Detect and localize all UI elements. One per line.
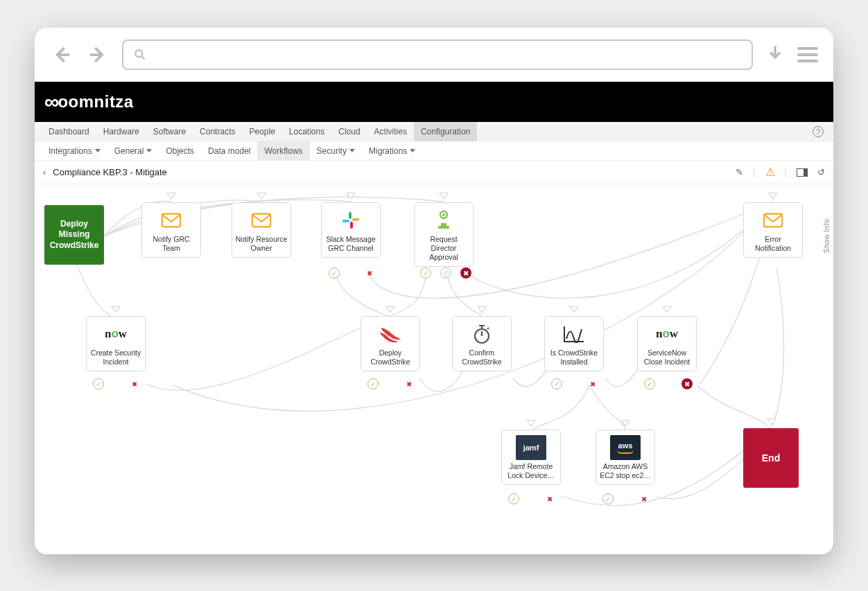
- outcome-fail-icon: ✖: [639, 493, 650, 504]
- subtab-migrations[interactable]: Migrations: [362, 141, 422, 161]
- subtab-integrations[interactable]: Integrations: [42, 141, 107, 161]
- workflow-start-node[interactable]: Deploy Missing CrowdStrike: [44, 205, 104, 265]
- node-label: Create Security Incident: [89, 349, 142, 367]
- servicenow-icon: now: [89, 322, 142, 346]
- warning-icon[interactable]: ⚠: [765, 166, 775, 179]
- servicenow-icon: now: [641, 322, 693, 346]
- panel-toggle-icon[interactable]: [797, 168, 808, 177]
- svg-rect-5: [350, 222, 353, 229]
- node-notify-grc[interactable]: Notify GRC Team: [141, 202, 201, 258]
- chevron-down-icon: [146, 149, 152, 152]
- back-icon[interactable]: ‹: [43, 167, 46, 177]
- aws-icon: aws: [599, 436, 652, 459]
- node-input-marker: [768, 193, 778, 200]
- svg-rect-4: [352, 218, 359, 221]
- outcome-fail-icon: ✖: [682, 378, 693, 389]
- node-error-notification[interactable]: Error Notification: [743, 202, 803, 258]
- outcome-fail-icon: ✖: [364, 267, 375, 279]
- page-title: Compliance KBP.3 - Mitigate: [53, 167, 167, 177]
- node-label: Deploy CrowdStrike: [364, 349, 417, 367]
- app-frame: ∞oomnitza Dashboard Hardware Software Co…: [35, 28, 833, 554]
- edit-icon[interactable]: ✎: [736, 167, 743, 177]
- breadcrumb-tools: ✎ | ⚠ | ↺: [736, 166, 825, 179]
- browser-back-icon[interactable]: [50, 43, 73, 67]
- chevron-down-icon: [349, 149, 355, 152]
- tab-activities[interactable]: Activities: [367, 122, 414, 141]
- node-input-marker: [477, 306, 487, 313]
- node-label: Error Notification: [747, 235, 799, 253]
- node-label: Request Director Approval: [417, 235, 470, 262]
- jamf-icon: jamf: [505, 436, 557, 459]
- tab-locations[interactable]: Locations: [282, 122, 331, 141]
- node-create-incident[interactable]: now Create Security Incident: [86, 316, 146, 371]
- svg-rect-3: [349, 212, 351, 219]
- node-label: ServiceNow Close Incident: [641, 349, 693, 367]
- address-input[interactable]: [153, 49, 742, 60]
- node-deploy-crowdstrike[interactable]: Deploy CrowdStrike: [361, 316, 420, 371]
- outcome-fail-icon: ✖: [587, 378, 598, 389]
- outcome-success-icon: ✓: [508, 493, 519, 504]
- outcome-fail-icon: ✖: [460, 267, 471, 279]
- tab-people[interactable]: People: [242, 122, 281, 141]
- node-input-marker: [257, 193, 266, 200]
- address-bar[interactable]: [122, 39, 753, 70]
- condition-icon: [548, 322, 600, 346]
- help-icon[interactable]: ?: [813, 126, 824, 137]
- tab-contracts[interactable]: Contracts: [193, 122, 242, 141]
- outcome-fail-icon: ✖: [544, 493, 555, 504]
- app-header: ∞oomnitza: [35, 82, 833, 122]
- tab-cloud[interactable]: Cloud: [331, 122, 367, 141]
- node-request-approval[interactable]: Request Director Approval: [414, 202, 474, 267]
- subtab-general[interactable]: General: [107, 141, 159, 161]
- tab-software[interactable]: Software: [146, 122, 193, 141]
- node-label: Confirm CrowdStrike: [455, 349, 508, 367]
- brand-logo: ∞oomnitza: [44, 90, 134, 114]
- node-jamf-lock[interactable]: jamf Jamf Remote Lock Device…: [501, 430, 561, 485]
- node-label: Notify GRC Team: [145, 235, 198, 253]
- node-label: Is CrowdStrike Installed: [548, 349, 600, 367]
- node-is-installed[interactable]: Is CrowdStrike Installed: [544, 316, 604, 371]
- subtab-security[interactable]: Security: [310, 141, 362, 161]
- node-label: Jamf Remote Lock Device…: [505, 462, 557, 480]
- node-confirm-crowdstrike[interactable]: Confirm CrowdStrike: [452, 316, 512, 371]
- approval-icon: [417, 209, 470, 232]
- subtab-datamodel[interactable]: Data model: [201, 141, 257, 161]
- tab-hardware[interactable]: Hardware: [96, 122, 146, 141]
- show-info-toggle[interactable]: Show Info: [823, 219, 831, 253]
- node-input-marker: [662, 306, 672, 313]
- tab-configuration[interactable]: Configuration: [414, 122, 477, 141]
- chevron-down-icon: [95, 149, 101, 152]
- outcome-success-icon: ✓: [420, 267, 431, 279]
- menu-icon[interactable]: [797, 47, 818, 62]
- node-input-marker: [111, 306, 121, 313]
- workflow-end-node[interactable]: End: [743, 428, 799, 488]
- node-label: Slack Message GRC Channel: [324, 235, 377, 253]
- node-input-marker: [166, 193, 176, 200]
- node-label: Notify Resource Owner: [235, 235, 288, 253]
- secondary-nav: Integrations General Objects Data model …: [35, 141, 833, 161]
- subtab-workflows[interactable]: Workflows: [257, 141, 309, 161]
- breadcrumb: ‹ Compliance KBP.3 - Mitigate ✎ | ⚠ | ↺: [35, 161, 833, 184]
- brand-text: oomnitza: [58, 92, 133, 112]
- tab-dashboard[interactable]: Dashboard: [42, 122, 96, 141]
- workflow-canvas[interactable]: Show Info: [35, 184, 833, 554]
- outcome-success-icon: ✓: [367, 378, 379, 389]
- history-icon[interactable]: ↺: [817, 167, 825, 177]
- svg-rect-9: [764, 214, 782, 227]
- node-input-marker: [767, 418, 776, 425]
- node-input-marker: [439, 193, 449, 200]
- node-notify-owner[interactable]: Notify Resource Owner: [232, 202, 291, 258]
- svg-point-0: [135, 50, 142, 57]
- mail-icon: [747, 209, 799, 232]
- slack-icon: [324, 209, 377, 232]
- browser-forward-icon[interactable]: [86, 43, 110, 67]
- outcome-success-icon: ✓: [644, 378, 655, 389]
- node-label: Amazon AWS EC2 stop ec2…: [599, 462, 652, 480]
- node-aws-stop[interactable]: aws Amazon AWS EC2 stop ec2…: [596, 430, 655, 485]
- download-icon[interactable]: [765, 44, 785, 66]
- node-slack-grc[interactable]: Slack Message GRC Channel: [321, 202, 381, 258]
- node-input-marker: [346, 193, 356, 200]
- outcome-success-icon: ✓: [602, 493, 614, 504]
- node-sn-close[interactable]: now ServiceNow Close Incident: [637, 316, 697, 371]
- subtab-objects[interactable]: Objects: [159, 141, 201, 161]
